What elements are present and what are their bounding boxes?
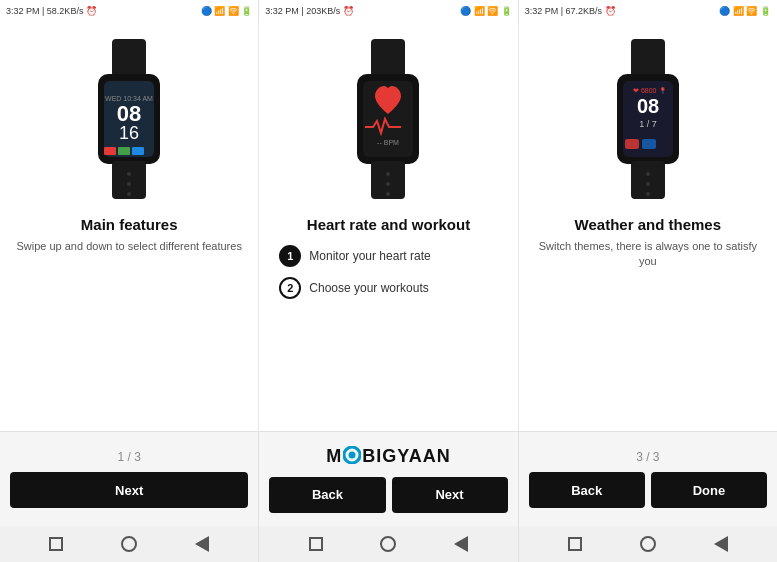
svg-rect-0	[112, 39, 146, 77]
panel-1-subtitle: Swipe up and down to select different fe…	[12, 239, 245, 254]
back-button-2[interactable]: Back	[269, 477, 385, 513]
svg-point-20	[386, 192, 390, 196]
svg-text:16: 16	[119, 123, 139, 143]
btn-row-1: Next	[10, 472, 248, 508]
btn-row-3: Back Done	[529, 472, 767, 508]
status-time-2: 3:32 PM | 203KB/s ⏰	[265, 6, 353, 16]
bottom-panel-3: 3 / 3 Back Done	[519, 432, 777, 526]
panel-3-subtitle: Switch themes, there is always one to sa…	[529, 239, 767, 270]
svg-point-35	[349, 451, 356, 458]
status-bar-1: 3:32 PM | 58.2KB/s ⏰ 🔵 📶 🛜 🔋	[0, 0, 259, 22]
feature-list: 1 Monitor your heart rate 2 Choose your …	[269, 239, 507, 309]
panel-main-features: WED 10:34 AM 08 16 Main features Swipe u…	[0, 22, 259, 431]
svg-rect-28	[625, 139, 639, 149]
nav-bar-2	[259, 526, 518, 562]
svg-rect-13	[371, 39, 405, 77]
panel-1-title: Main features	[81, 216, 178, 233]
bottom-panel-1: 1 / 3 Next	[0, 432, 259, 526]
status-bars: 3:32 PM | 58.2KB/s ⏰ 🔵 📶 🛜 🔋 3:32 PM | 2…	[0, 0, 777, 22]
svg-rect-21	[631, 39, 665, 77]
next-button-2[interactable]: Next	[392, 477, 508, 513]
svg-text:📍: 📍	[659, 87, 667, 95]
feature-num-1: 1	[279, 245, 301, 267]
nav-bars	[0, 526, 777, 562]
square-icon-1[interactable]	[47, 535, 65, 553]
circle-icon-2[interactable]	[379, 535, 397, 553]
watch-image-1: WED 10:34 AM 08 16	[74, 34, 184, 204]
svg-point-12	[127, 192, 131, 196]
next-button-1[interactable]: Next	[10, 472, 248, 508]
square-icon-3[interactable]	[566, 535, 584, 553]
svg-rect-8	[132, 147, 144, 155]
watch-image-2: -- BPM	[333, 34, 443, 204]
feature-item-2: 2 Choose your workouts	[279, 277, 497, 299]
status-time-1: 3:32 PM | 58.2KB/s ⏰	[6, 6, 97, 16]
square-icon-2[interactable]	[307, 535, 325, 553]
panel-2-title: Heart rate and workout	[307, 216, 470, 233]
svg-point-33	[646, 192, 650, 196]
logo-area: M BIGYAAN	[326, 446, 450, 469]
btn-row-2: Back Next	[269, 477, 507, 513]
circle-icon-3[interactable]	[639, 535, 657, 553]
panel-weather-themes: ❤ 6800 📍 08 1 / 7 Weather and themes Swi…	[519, 22, 777, 431]
back-icon-2[interactable]	[452, 535, 470, 553]
feature-text-2: Choose your workouts	[309, 281, 428, 295]
feature-item-1: 1 Monitor your heart rate	[279, 245, 497, 267]
nav-bar-3	[519, 526, 777, 562]
main-panels: WED 10:34 AM 08 16 Main features Swipe u…	[0, 22, 777, 431]
svg-text:08: 08	[637, 95, 659, 117]
svg-text:❤ 6800: ❤ 6800	[633, 87, 657, 94]
page-indicator-3: 3 / 3	[636, 450, 659, 464]
svg-point-32	[646, 182, 650, 186]
status-bar-2: 3:32 PM | 203KB/s ⏰ 🔵 📶 🛜 🔋	[259, 0, 518, 22]
status-icons-1: 🔵 📶 🛜 🔋	[201, 6, 253, 16]
page-indicator-1: 1 / 3	[117, 450, 140, 464]
status-bar-3: 3:32 PM | 67.2KB/s ⏰ 🔵 📶 🛜 🔋	[519, 0, 777, 22]
nav-bar-1	[0, 526, 259, 562]
svg-point-31	[646, 172, 650, 176]
status-icons-3: 🔵 📶 🛜 🔋	[719, 6, 771, 16]
back-icon-1[interactable]	[193, 535, 211, 553]
circle-icon-1[interactable]	[120, 535, 138, 553]
feature-num-2: 2	[279, 277, 301, 299]
svg-text:-- BPM: -- BPM	[378, 139, 400, 146]
done-button-3[interactable]: Done	[651, 472, 767, 508]
bottom-panel-2: M BIGYAAN Back Next	[259, 432, 518, 526]
back-button-3[interactable]: Back	[529, 472, 645, 508]
logo-o-icon	[343, 446, 361, 464]
logo-text: M BIGYAAN	[326, 446, 450, 469]
svg-point-10	[127, 172, 131, 176]
svg-rect-6	[104, 147, 116, 155]
status-icons-2: 🔵 📶 🛜 🔋	[460, 6, 512, 16]
svg-rect-7	[118, 147, 130, 155]
panel-3-title: Weather and themes	[575, 216, 721, 233]
watch-image-3: ❤ 6800 📍 08 1 / 7	[593, 34, 703, 204]
svg-point-19	[386, 182, 390, 186]
status-time-3: 3:32 PM | 67.2KB/s ⏰	[525, 6, 616, 16]
back-icon-3[interactable]	[712, 535, 730, 553]
svg-rect-29	[642, 139, 656, 149]
feature-text-1: Monitor your heart rate	[309, 249, 430, 263]
svg-point-18	[386, 172, 390, 176]
svg-point-11	[127, 182, 131, 186]
panel-heart-rate: -- BPM Heart rate and workout 1 Monitor …	[259, 22, 518, 431]
bottom-area: 1 / 3 Next M BIGYAAN Back Next 3 / 3 Ba	[0, 431, 777, 526]
svg-text:1 / 7: 1 / 7	[639, 119, 657, 129]
